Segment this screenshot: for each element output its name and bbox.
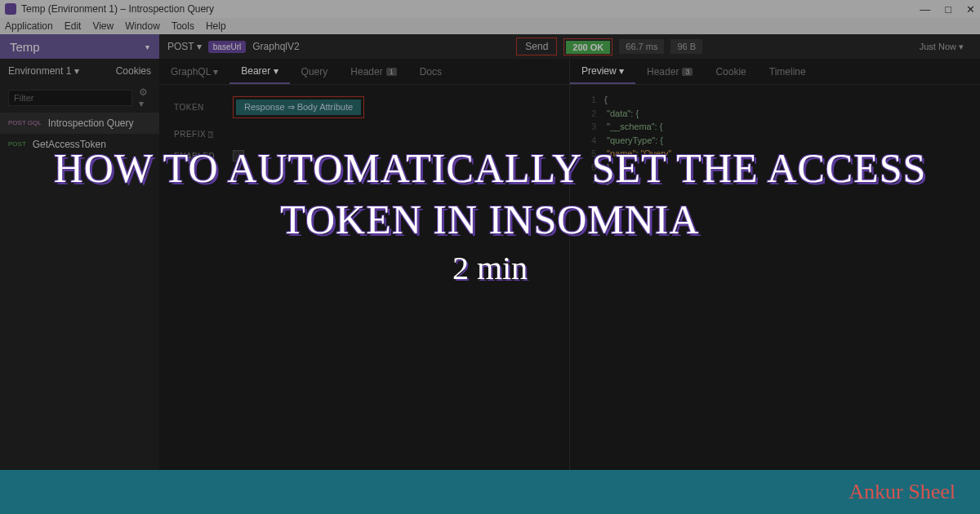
tab-docs[interactable]: Docs — [408, 59, 453, 84]
response-status: 200 OK — [564, 38, 612, 55]
request-item[interactable]: POST GQL Introspection Query — [0, 113, 159, 134]
prefix-label: PREFIX ⍰ — [174, 130, 223, 139]
header-count-badge: 1 — [386, 68, 397, 76]
method-dropdown[interactable]: POST ▾ — [167, 41, 202, 52]
minimize-button[interactable]: — — [920, 3, 930, 16]
send-button[interactable]: Send — [516, 38, 557, 55]
article-title: HOW TO AUTOMATICALLY SET THE ACCESS TOKE… — [0, 143, 980, 245]
menu-view[interactable]: View — [92, 20, 114, 32]
response-tabs: Preview ▾ Header 3 Cookie Timeline — [570, 59, 980, 85]
tab-header[interactable]: Header 3 — [635, 59, 704, 84]
app-logo-icon — [5, 3, 16, 15]
tab-bearer[interactable]: Bearer ▾ — [229, 59, 289, 84]
workspace-dropdown[interactable]: Temp ▾ — [0, 34, 159, 59]
window-title: Temp (Environment 1) – Introspection Que… — [21, 3, 214, 15]
menu-edit[interactable]: Edit — [65, 20, 82, 32]
menu-help[interactable]: Help — [206, 20, 226, 32]
toolbar: Temp ▾ POST ▾ baseUrl GraphqlV2 Send 200… — [0, 34, 980, 59]
filter-input[interactable] — [8, 90, 132, 106]
header-count-badge: 3 — [682, 68, 693, 76]
tab-query[interactable]: Query — [290, 59, 340, 84]
tab-graphql[interactable]: GraphQL ▾ — [159, 59, 229, 84]
tab-cookie[interactable]: Cookie — [704, 59, 757, 84]
token-chip: Response ⇒ Body Attribute — [236, 100, 361, 115]
environment-dropdown[interactable]: Environment 1 ▾ — [8, 65, 79, 77]
titlebar: Temp (Environment 1) – Introspection Que… — [0, 0, 980, 18]
token-label: TOKEN — [174, 103, 223, 112]
url-name[interactable]: GraphqlV2 — [252, 41, 299, 52]
chevron-down-icon: ▾ — [145, 42, 149, 51]
request-tabs: GraphQL ▾ Bearer ▾ Query Header 1 Docs — [159, 59, 569, 85]
maximize-button[interactable]: □ — [945, 3, 951, 16]
response-size: 96 B — [670, 39, 702, 54]
status-badge: 200 OK — [566, 41, 610, 54]
gear-icon[interactable]: ⚙ ▾ — [139, 86, 151, 109]
menu-application[interactable]: Application — [5, 20, 53, 32]
response-time: 66.7 ms — [619, 39, 664, 54]
close-button[interactable]: ✕ — [966, 3, 975, 16]
tab-timeline[interactable]: Timeline — [758, 59, 817, 84]
token-field[interactable]: Response ⇒ Body Attribute — [233, 96, 364, 118]
history-dropdown[interactable]: Just Now ▾ — [920, 42, 972, 52]
author-name: Ankur Sheel — [849, 480, 956, 504]
footer: Ankur Sheel — [0, 470, 980, 514]
menu-tools[interactable]: Tools — [172, 20, 194, 32]
workspace-name: Temp — [10, 40, 40, 54]
read-time: 2 min — [0, 249, 980, 287]
method-tag: POST GQL — [8, 120, 42, 126]
menubar: Application Edit View Window Tools Help — [0, 18, 980, 34]
baseurl-pill[interactable]: baseUrl — [208, 41, 246, 53]
tab-preview[interactable]: Preview ▾ — [570, 59, 635, 84]
request-name: Introspection Query — [48, 117, 134, 129]
chevron-down-icon: ▾ — [197, 41, 202, 52]
menu-window[interactable]: Window — [125, 20, 160, 32]
tab-header[interactable]: Header 1 — [339, 59, 408, 84]
cookies-button[interactable]: Cookies — [116, 65, 151, 77]
